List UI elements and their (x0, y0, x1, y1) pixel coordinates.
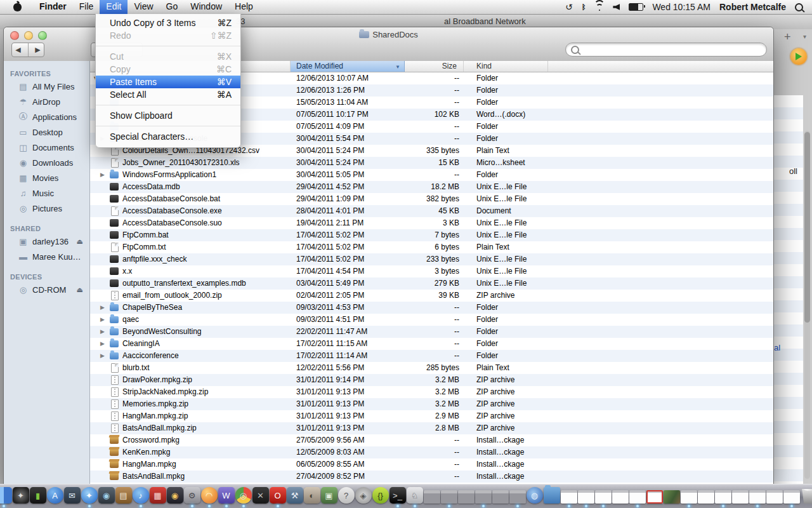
spotlight-icon[interactable] (795, 3, 803, 11)
disclosure-triangle-icon[interactable]: ▶ (100, 338, 107, 350)
add-button[interactable]: + (784, 30, 791, 44)
file-row[interactable]: HangMan.mpkg.zip 31/01/2011 9:13 PM 2.9 … (90, 410, 773, 422)
chrome-dock-icon[interactable]: ◎ (235, 487, 252, 504)
system-preferences-dock-icon[interactable]: ⚙ (184, 487, 200, 504)
chevron-down-icon[interactable]: ▾ (803, 33, 806, 40)
mail-dock-icon[interactable]: ✉ (64, 487, 81, 504)
file-row[interactable]: blurb.txt 12/02/2011 5:56 PM 285 bytes P… (90, 362, 773, 374)
scrollbar[interactable] (804, 131, 810, 479)
front-row-dock-icon[interactable]: ▦ (150, 487, 166, 504)
minimized-window-thumb[interactable] (441, 490, 457, 504)
minimized-window-thumb[interactable] (681, 490, 697, 504)
file-row[interactable]: AccessData.mdb 29/04/2011 4:52 PM 18.2 M… (90, 181, 773, 193)
minimized-window-thumb[interactable] (612, 490, 629, 504)
keychain-dock-icon[interactable]: ◈ (355, 487, 372, 504)
downloads-folder-dock-icon[interactable] (544, 487, 560, 504)
disclosure-triangle-icon[interactable]: ▶ (100, 169, 107, 181)
file-row[interactable]: email_from_outlook_2000.zip 02/04/2011 2… (90, 290, 773, 302)
sidebar-item-pictures[interactable]: ◎ Pictures (4, 201, 89, 216)
column-header-date-modified[interactable]: Date Modified▼ (291, 61, 405, 72)
safari-dock-icon[interactable]: ✦ (81, 487, 98, 504)
apple-menu-icon[interactable] (13, 3, 22, 11)
file-row[interactable]: BatsAndBall.mpkg.zip 31/01/2011 9:13 PM … (90, 422, 773, 434)
battery-icon[interactable] (629, 3, 643, 11)
column-header-kind[interactable]: Kind (464, 61, 548, 72)
back-forward-control[interactable]: ◀ ▶ (11, 43, 44, 57)
file-row[interactable]: ▶ ChapelByTheSea 09/03/2011 4:53 PM -- F… (90, 302, 773, 314)
menu-item[interactable]: Copy ⌘C (96, 63, 240, 76)
braces-editor-dock-icon[interactable]: {} (372, 487, 389, 504)
feather-w-app-dock-icon[interactable]: W (218, 487, 235, 504)
trash-dock-icon[interactable] (801, 487, 812, 504)
minimized-window-thumb[interactable] (492, 490, 509, 504)
menu-item[interactable]: Paste Items ⌘V (96, 76, 240, 88)
help-dock-icon[interactable]: ? (338, 487, 355, 504)
sidebar-item-all-my-files[interactable]: ▤ All My Files (4, 79, 89, 94)
minimized-window-thumb[interactable] (561, 490, 577, 504)
minimized-window-thumb[interactable] (749, 490, 766, 504)
dark-utility-dock-icon[interactable]: ✕ (252, 487, 269, 504)
menu-bar-item[interactable]: Go (160, 0, 185, 15)
file-row[interactable]: DrawPoker.mpkg.zip 31/01/2011 9:14 PM 3.… (90, 374, 773, 386)
minimized-window-thumb[interactable] (424, 490, 440, 504)
xcode-dock-icon[interactable]: ⚒ (287, 487, 303, 504)
menu-item[interactable] (96, 46, 240, 46)
file-row[interactable]: FtpComm.bat 17/04/2011 5:02 PM 7 bytes U… (90, 229, 773, 241)
file-row[interactable]: HangMan.mpkg 06/05/2009 8:55 AM -- Insta… (90, 458, 773, 471)
disclosure-triangle-icon[interactable]: ▶ (100, 314, 107, 326)
sidebar-item-desktop[interactable]: ▭ Desktop (4, 124, 89, 140)
file-row[interactable]: ▶ Aacciconference 17/02/2011 11:14 AM --… (90, 350, 773, 362)
opera-dock-icon[interactable]: O (270, 487, 286, 504)
bluetooth-icon[interactable]: ᛒ (582, 3, 586, 11)
sidebar-item-cd-rom[interactable]: ◎ CD-ROM ⏏ (4, 282, 89, 297)
minimized-window-thumb[interactable] (629, 490, 646, 504)
menu-item[interactable]: Undo Copy of 3 Items ⌘Z (96, 17, 240, 29)
background-link-fragment[interactable]: al (774, 343, 780, 352)
time-machine-icon[interactable]: ↺ (565, 2, 573, 12)
minimized-window-thumb[interactable] (509, 490, 526, 504)
menu-item[interactable]: Special Characters… (96, 130, 240, 143)
file-row[interactable]: ▶ CleaningIA 17/02/2011 11:15 AM -- Fold… (90, 338, 773, 350)
forward-button[interactable]: ▶ (35, 46, 40, 54)
finder-dock-icon[interactable] (0, 487, 12, 504)
file-row[interactable]: StripJackNaked.mpkg.zip 31/01/2011 9:13 … (90, 386, 773, 398)
terminal-dock-icon[interactable]: >_ (390, 487, 406, 504)
sidebar-item-darley136[interactable]: ▣ darley136 ⏏ (4, 234, 89, 249)
file-row[interactable]: AccessDatabaseConsole.bat 29/04/2011 1:0… (90, 193, 773, 205)
menu-bar-item[interactable]: File (73, 0, 100, 15)
firefox-dock-icon[interactable]: ◠ (201, 487, 218, 504)
itunes-dock-icon[interactable]: ♪ (133, 487, 149, 504)
menu-bar-item[interactable]: Finder (33, 0, 73, 15)
remote-app-dock-icon[interactable]: ▮ (30, 487, 46, 504)
file-row[interactable]: KenKen.mpkg 12/05/2009 8:03 AM -- Instal… (90, 446, 773, 458)
app-store-dock-icon[interactable]: A (47, 487, 63, 504)
menu-item[interactable]: Cut ⌘X (96, 50, 240, 63)
file-row[interactable]: BatsAndBall.mpkg 27/04/2009 8:52 PM -- I… (90, 471, 773, 483)
menu-item[interactable] (96, 105, 240, 105)
file-row[interactable]: x.x 17/04/2011 4:54 PM 3 bytes Unix E…le… (90, 265, 773, 277)
minimized-window-thumb[interactable] (664, 490, 680, 504)
sidebar-item-applications[interactable]: Ⓐ Applications (4, 109, 89, 124)
file-row[interactable]: Jobs_Owner_20110430172310.xls 30/04/2011… (90, 157, 773, 169)
sidebar-item-movies[interactable]: ▦ Movies (4, 170, 89, 185)
disclosure-triangle-icon[interactable]: ▶ (100, 350, 107, 362)
minimized-window-thumb[interactable] (646, 490, 663, 504)
file-row[interactable]: Memories.mpkg.zip 31/01/2011 9:13 PM 3.2… (90, 398, 773, 410)
menu-bar-username[interactable]: Robert Metcalfe (719, 2, 786, 12)
image-preview-dock-icon[interactable]: ▣ (321, 487, 337, 504)
network-app-dock-icon[interactable]: ◍ (527, 487, 543, 504)
sidebar-item-music[interactable]: ♫ Music (4, 185, 89, 201)
minimized-window-thumb[interactable] (475, 490, 492, 504)
sidebar-item-documents[interactable]: ◫ Documents (4, 140, 89, 155)
menu-item[interactable] (96, 126, 240, 126)
menu-item[interactable]: Show Clipboard (96, 109, 240, 122)
minimized-window-thumb[interactable] (458, 490, 475, 504)
volume-icon[interactable] (613, 4, 620, 10)
minimized-window-thumb[interactable] (578, 490, 594, 504)
minimized-window-thumb[interactable] (732, 490, 749, 504)
minimized-window-thumb[interactable] (715, 490, 731, 504)
photo-booth-dock-icon[interactable]: ◉ (167, 487, 183, 504)
menu-item[interactable]: Select All ⌘A (96, 88, 240, 101)
file-row[interactable]: AccessDatabaseConsole.suo 19/04/2011 2:1… (90, 217, 773, 229)
file-row[interactable]: Crossword.mpkg 27/05/2009 9:56 AM -- Ins… (90, 434, 773, 446)
